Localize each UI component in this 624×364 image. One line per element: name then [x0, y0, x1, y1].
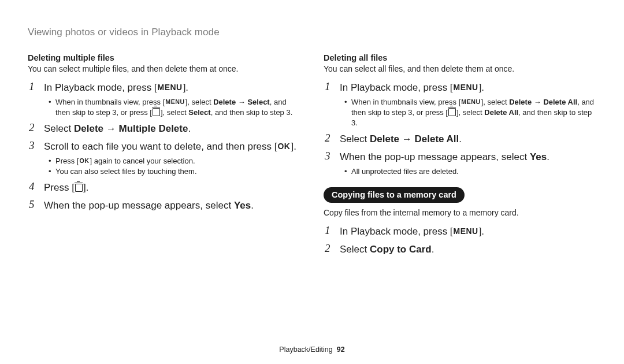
step: Scroll to each file you want to delete, …: [28, 140, 300, 177]
sub-bullet: Press [OK] again to cancel your selectio…: [49, 156, 300, 166]
right-desc2: Copy files from the internal memory to a…: [324, 207, 596, 218]
sub-bullets: When in thumbnails view, press [MENU], s…: [340, 96, 596, 129]
right-steps-2: In Playback mode, press [MENU]. Select C…: [324, 225, 596, 257]
step-text: Select Copy to Card.: [340, 243, 596, 257]
sub-bullets: All unprotected files are deleted.: [340, 165, 596, 177]
step-text: When the pop-up message appears, select …: [44, 199, 300, 213]
sub-bullet: When in thumbnails view, press [MENU], s…: [344, 97, 596, 129]
step: When the pop-up message appears, select …: [324, 151, 596, 177]
step: In Playback mode, press [MENU]. When in …: [28, 81, 300, 118]
step: In Playback mode, press [MENU]. When in …: [324, 81, 596, 129]
footer-section: Playback/Editing: [279, 346, 332, 354]
right-desc: You can select all files, and then delet…: [324, 64, 596, 75]
menu-icon: MENU: [157, 84, 183, 92]
step-text: Press [].: [44, 181, 300, 195]
right-column: Deleting all files You can select all fi…: [324, 53, 596, 261]
step-text: Scroll to each file you want to delete, …: [44, 140, 300, 154]
right-steps: In Playback mode, press [MENU]. When in …: [324, 81, 596, 177]
sub-bullets: Press [OK] again to cancel your selectio…: [44, 155, 300, 177]
trash-icon: [448, 108, 456, 116]
trash-icon: [153, 108, 160, 116]
left-column: Deleting multiple files You can select m…: [28, 53, 300, 261]
step: Select Delete → Multiple Delete.: [28, 122, 300, 136]
step: Select Copy to Card.: [324, 243, 596, 257]
page-footer: Playback/Editing 92: [0, 346, 624, 354]
manual-page: Viewing photos or videos in Playback mod…: [0, 0, 624, 364]
step-text: Select Delete → Multiple Delete.: [44, 122, 300, 136]
step-text: Select Delete → Delete All.: [340, 133, 596, 146]
menu-icon: MENU: [165, 99, 185, 105]
left-desc: You can select multiple files, and then …: [28, 64, 300, 75]
sub-bullets: When in thumbnails view, press [MENU], s…: [44, 96, 300, 118]
left-subhead: Deleting multiple files: [28, 53, 300, 62]
page-header: Viewing photos or videos in Playback mod…: [28, 27, 596, 38]
step: When the pop-up message appears, select …: [28, 199, 300, 213]
section-pill: Copying files to a memory card: [324, 187, 465, 203]
step: In Playback mode, press [MENU].: [324, 225, 596, 239]
menu-icon: MENU: [453, 84, 479, 92]
sub-bullet: When in thumbnails view, press [MENU], s…: [49, 97, 300, 118]
step-text: In Playback mode, press [MENU].: [340, 81, 596, 95]
step: Select Delete → Delete All.: [324, 133, 596, 146]
menu-icon: MENU: [453, 228, 479, 236]
right-subhead: Deleting all files: [324, 53, 596, 62]
trash-icon: [75, 184, 83, 192]
footer-page-number: 92: [337, 346, 345, 354]
sub-bullet: All unprotected files are deleted.: [344, 166, 596, 177]
step-text: When the pop-up message appears, select …: [340, 151, 596, 164]
step-text: In Playback mode, press [MENU].: [340, 225, 596, 239]
left-steps: In Playback mode, press [MENU]. When in …: [28, 81, 300, 213]
sub-bullet: You can also select files by touching th…: [49, 166, 300, 177]
step-text: In Playback mode, press [MENU].: [44, 81, 300, 95]
two-column-layout: Deleting multiple files You can select m…: [28, 53, 596, 261]
ok-icon: OK: [277, 143, 291, 151]
step: Press [].: [28, 181, 300, 195]
menu-icon: MENU: [460, 99, 481, 105]
ok-icon: OK: [79, 158, 90, 164]
